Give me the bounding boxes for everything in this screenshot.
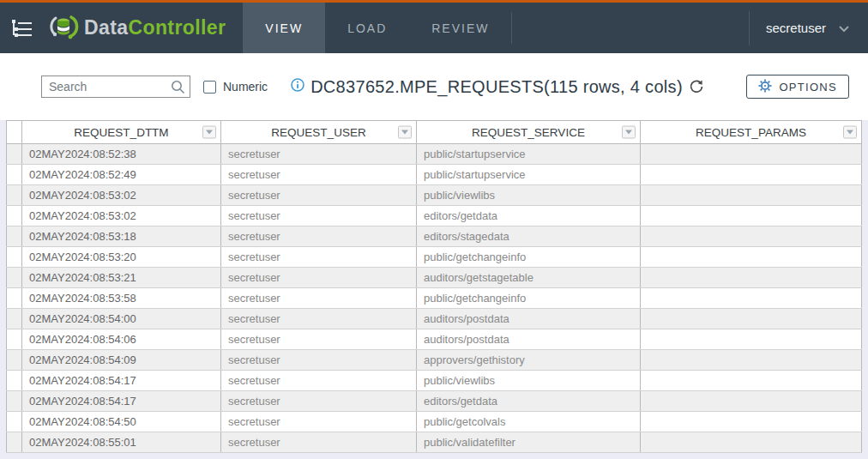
cell-request_params[interactable] — [641, 350, 862, 371]
cell-request_params[interactable] — [641, 391, 862, 412]
numeric-checkbox[interactable] — [203, 81, 216, 94]
cell-request_params[interactable] — [641, 165, 862, 185]
column-header-request_params[interactable]: REQUEST_PARAMS — [641, 121, 862, 144]
caret-down-icon — [206, 130, 213, 135]
cell-request_params[interactable] — [641, 206, 862, 226]
row-number-cell[interactable] — [7, 206, 22, 226]
tab-review[interactable]: REVIEW — [409, 3, 511, 53]
cell-request_service[interactable]: public/startupservice — [417, 144, 641, 165]
cell-request_user[interactable]: secretuser — [221, 329, 417, 350]
tab-view[interactable]: VIEW — [243, 3, 325, 53]
cell-request_dttm[interactable]: 02MAY2024:08:54:06 — [22, 329, 221, 350]
cell-request_service[interactable]: editors/stagedata — [417, 226, 641, 247]
row-number-cell[interactable] — [7, 412, 22, 432]
cell-request_dttm[interactable]: 02MAY2024:08:53:21 — [22, 268, 221, 288]
cell-request_params[interactable] — [641, 268, 862, 288]
row-number-cell[interactable] — [7, 288, 22, 309]
row-number-cell[interactable] — [7, 226, 22, 247]
cell-request_dttm[interactable]: 02MAY2024:08:54:17 — [22, 371, 221, 391]
caret-down-icon — [625, 130, 632, 135]
cell-request_dttm[interactable]: 02MAY2024:08:54:00 — [22, 309, 221, 329]
cell-request_dttm[interactable]: 02MAY2024:08:52:49 — [22, 165, 221, 185]
cell-request_service[interactable]: public/viewlibs — [417, 185, 641, 206]
cell-request_dttm[interactable]: 02MAY2024:08:53:18 — [22, 226, 221, 247]
cell-request_user[interactable]: secretuser — [221, 165, 417, 185]
cell-request_params[interactable] — [641, 432, 862, 453]
row-number-cell[interactable] — [7, 144, 22, 165]
cell-request_params[interactable] — [641, 288, 862, 309]
cell-request_service[interactable]: auditors/postdata — [417, 309, 641, 329]
list-tree-icon[interactable] — [11, 18, 33, 39]
cell-request_user[interactable]: secretuser — [221, 268, 417, 288]
filter-icon[interactable] — [398, 126, 412, 139]
cell-request_service[interactable]: public/viewlibs — [417, 371, 641, 391]
cell-request_params[interactable] — [641, 247, 862, 268]
cell-request_service[interactable]: public/getchangeinfo — [417, 247, 641, 268]
cell-request_params[interactable] — [641, 226, 862, 247]
cell-request_user[interactable]: secretuser — [221, 247, 417, 268]
cell-request_dttm[interactable]: 02MAY2024:08:52:38 — [22, 144, 221, 165]
logo-wordmark: DataController — [84, 16, 226, 39]
row-number-cell[interactable] — [7, 247, 22, 268]
cell-request_dttm[interactable]: 02MAY2024:08:53:02 — [22, 206, 221, 226]
cell-request_dttm[interactable]: 02MAY2024:08:53:20 — [22, 247, 221, 268]
cell-request_dttm[interactable]: 02MAY2024:08:54:50 — [22, 412, 221, 432]
cell-request_user[interactable]: secretuser — [221, 185, 417, 206]
cell-request_user[interactable]: secretuser — [221, 412, 417, 432]
row-number-cell[interactable] — [7, 391, 22, 412]
table-header: REQUEST_DTTMREQUEST_USERREQUEST_SERVICER… — [7, 121, 862, 144]
cell-request_params[interactable] — [641, 185, 862, 206]
cell-request_user[interactable]: secretuser — [221, 391, 417, 412]
cell-request_user[interactable]: secretuser — [221, 288, 417, 309]
filter-icon[interactable] — [622, 126, 636, 139]
info-icon[interactable] — [291, 78, 304, 95]
cell-request_params[interactable] — [641, 309, 862, 329]
cell-request_params[interactable] — [641, 144, 862, 165]
cell-request_user[interactable]: secretuser — [221, 432, 417, 453]
column-header-request_dttm[interactable]: REQUEST_DTTM — [22, 121, 221, 144]
cell-request_user[interactable]: secretuser — [221, 371, 417, 391]
tab-load[interactable]: LOAD — [325, 3, 409, 53]
cell-request_params[interactable] — [641, 412, 862, 432]
row-number-cell[interactable] — [7, 371, 22, 391]
cell-request_service[interactable]: editors/getdata — [417, 391, 641, 412]
cell-request_dttm[interactable]: 02MAY2024:08:53:02 — [22, 185, 221, 206]
row-number-cell[interactable] — [7, 432, 22, 453]
cell-request_service[interactable]: public/startupservice — [417, 165, 641, 185]
cell-request_params[interactable] — [641, 329, 862, 350]
cell-request_service[interactable]: editors/getdata — [417, 206, 641, 226]
cell-request_service[interactable]: auditors/postdata — [417, 329, 641, 350]
user-menu[interactable]: secretuser — [749, 3, 868, 53]
cell-request_service[interactable]: auditors/getstagetable — [417, 268, 641, 288]
row-number-cell[interactable] — [7, 350, 22, 371]
cell-request_service[interactable]: public/getcolvals — [417, 412, 641, 432]
cell-request_service[interactable]: public/validatefilter — [417, 432, 641, 453]
row-number-cell[interactable] — [7, 268, 22, 288]
filter-icon[interactable] — [843, 126, 857, 139]
caret-down-icon — [847, 130, 853, 135]
row-number-cell[interactable] — [7, 329, 22, 350]
cell-request_dttm[interactable]: 02MAY2024:08:55:01 — [22, 432, 221, 453]
row-number-cell[interactable] — [7, 185, 22, 206]
header-divider — [749, 11, 750, 45]
cell-request_service[interactable]: approvers/gethistory — [417, 350, 641, 371]
cell-request_user[interactable]: secretuser — [221, 309, 417, 329]
filter-icon[interactable] — [202, 126, 216, 139]
column-header-request_service[interactable]: REQUEST_SERVICE — [417, 121, 641, 144]
cell-request_user[interactable]: secretuser — [221, 206, 417, 226]
row-number-cell[interactable] — [7, 165, 22, 185]
cell-request_user[interactable]: secretuser — [221, 226, 417, 247]
cell-request_dttm[interactable]: 02MAY2024:08:54:09 — [22, 350, 221, 371]
cell-request_dttm[interactable]: 02MAY2024:08:54:17 — [22, 391, 221, 412]
options-button[interactable]: OPTIONS — [746, 75, 849, 99]
search-input[interactable] — [41, 75, 190, 98]
cell-request_service[interactable]: public/getchangeinfo — [417, 288, 641, 309]
datacontroller-logo[interactable]: DataController — [48, 3, 226, 53]
cell-request_user[interactable]: secretuser — [221, 350, 417, 371]
row-number-cell[interactable] — [7, 309, 22, 329]
cell-request_params[interactable] — [641, 371, 862, 391]
refresh-icon[interactable] — [689, 79, 704, 94]
cell-request_user[interactable]: secretuser — [221, 144, 417, 165]
column-header-request_user[interactable]: REQUEST_USER — [221, 121, 417, 144]
cell-request_dttm[interactable]: 02MAY2024:08:53:58 — [22, 288, 221, 309]
